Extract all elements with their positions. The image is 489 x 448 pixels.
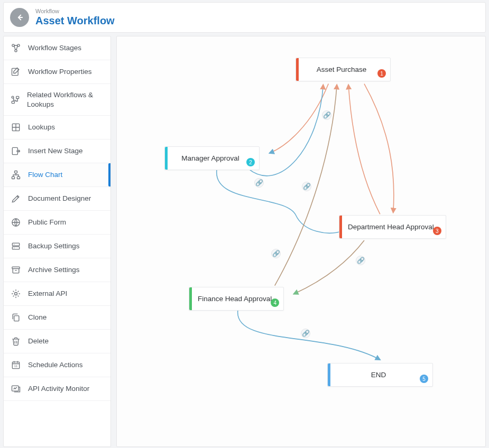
svg-rect-20 — [14, 316, 19, 321]
svg-rect-11 — [12, 176, 15, 179]
sidebar-item-api-activity[interactable]: API Activity Monitor — [4, 377, 110, 401]
sidebar-item-related-workflows[interactable]: Related Workflows & Lookups — [4, 84, 110, 116]
sidebar-item-label: Archive Settings — [28, 265, 80, 275]
svg-rect-6 — [16, 96, 19, 98]
link-icon: 🔗 — [322, 110, 331, 120]
sidebar-item-label: Workflow Stages — [28, 43, 81, 53]
nodes-icon — [10, 43, 22, 53]
svg-rect-10 — [15, 171, 17, 173]
sidebar-item-clone[interactable]: Clone — [4, 306, 110, 330]
sidebar-item-external-api[interactable]: External API — [4, 282, 110, 306]
archive-icon — [10, 265, 22, 275]
node-badge: 3 — [433, 227, 441, 235]
sidebar-item-insert-new-stage[interactable]: Insert New Stage — [4, 139, 110, 163]
svg-rect-15 — [12, 247, 19, 249]
sidebar-item-label: Workflow Properties — [28, 67, 92, 77]
header-texts: Workflow Asset Workflow — [35, 8, 115, 27]
node-accent — [189, 287, 192, 310]
flow-node-manager-approval[interactable]: Manager Approval 2 — [164, 146, 260, 170]
flow-node-dept-head-approval[interactable]: Department Head Approval 3 — [339, 215, 446, 239]
link-icon: 🔗 — [356, 256, 365, 265]
flowchart-canvas[interactable]: 🔗 🔗 🔗 🔗 🔗 🔗 Asset Purchase 1 Manager App… — [116, 36, 486, 447]
globe-icon — [10, 217, 22, 228]
trash-icon — [10, 336, 22, 347]
node-accent — [328, 363, 330, 386]
edge-3-to-1 — [348, 85, 380, 214]
node-label: Department Head Approval — [348, 223, 434, 231]
edge-3-to-4 — [294, 240, 364, 294]
sidebar-item-label: Delete — [28, 337, 49, 346]
sidebar-item-archive-settings[interactable]: Archive Settings — [4, 258, 110, 282]
design-icon — [10, 193, 22, 204]
node-label: Finance Head Approval — [198, 295, 272, 303]
sidebar-item-schedule-actions[interactable]: 11Schedule Actions — [4, 353, 110, 377]
node-accent — [339, 216, 342, 238]
sidebar-item-label: Public Form — [28, 218, 66, 227]
edit-icon — [10, 67, 22, 77]
link-icon: 🔗 — [302, 182, 311, 191]
back-button[interactable] — [10, 8, 29, 27]
edge-2-to-3 — [217, 169, 343, 233]
copy-icon — [10, 312, 22, 323]
sidebar-item-workflow-properties[interactable]: Workflow Properties — [4, 60, 110, 84]
sidebar-item-public-form[interactable]: Public Form — [4, 211, 110, 235]
grid-icon — [10, 122, 22, 133]
svg-point-19 — [15, 293, 17, 295]
sidebar-item-label: Lookups — [28, 123, 55, 132]
svg-rect-18 — [12, 267, 20, 268]
node-badge: 1 — [377, 69, 386, 78]
arrow-left-icon — [15, 13, 24, 22]
svg-rect-14 — [12, 243, 19, 246]
sidebar-item-label: Insert New Stage — [28, 146, 83, 156]
flow-node-finance-head-approval[interactable]: Finance Head Approval 4 — [189, 287, 284, 311]
insert-icon — [10, 146, 22, 156]
flow-node-asset-purchase[interactable]: Asset Purchase 1 — [296, 58, 391, 81]
node-badge: 2 — [246, 158, 255, 166]
sidebar-item-label: Backup Settings — [28, 241, 80, 251]
sidebar-item-workflow-stages[interactable]: Workflow Stages — [4, 36, 110, 60]
sidebar-item-lookups[interactable]: Lookups — [4, 116, 110, 139]
svg-point-16 — [14, 244, 14, 245]
related-icon — [10, 95, 21, 105]
sidebar-item-label: Related Workflows & Lookups — [27, 90, 104, 109]
page-title: Asset Workflow — [35, 15, 115, 27]
link-icon: 🔗 — [301, 329, 310, 338]
sidebar-item-label: Schedule Actions — [28, 360, 83, 370]
monitor-icon — [10, 384, 22, 394]
gear-icon — [10, 288, 22, 299]
sidebar-item-delete[interactable]: Delete — [4, 330, 110, 353]
page-header: Workflow Asset Workflow — [3, 2, 486, 33]
svg-rect-7 — [12, 101, 14, 103]
sidebar-item-label: API Activity Monitor — [28, 384, 89, 394]
svg-rect-12 — [17, 176, 20, 179]
settings-sidebar: Workflow StagesWorkflow PropertiesRelate… — [3, 36, 111, 447]
link-icon: 🔗 — [271, 249, 281, 258]
node-badge: 5 — [420, 375, 428, 383]
sidebar-item-label: Flow Chart — [28, 170, 62, 180]
node-label: Asset Purchase — [317, 66, 367, 73]
sidebar-item-document-designer[interactable]: Document Designer — [4, 187, 110, 211]
calendar-icon: 11 — [10, 360, 22, 370]
node-label: Manager Approval — [181, 154, 239, 162]
sidebar-item-label: External API — [28, 289, 67, 298]
edge-1-to-3 — [364, 84, 394, 213]
node-accent — [296, 58, 299, 81]
sidebar-item-label: Document Designer — [28, 194, 91, 203]
edge-2-to-1 — [248, 85, 323, 176]
flowchart-icon — [10, 170, 22, 180]
edge-1-to-2 — [270, 84, 329, 153]
header-kicker: Workflow — [35, 8, 115, 15]
sidebar-item-flow-chart[interactable]: Flow Chart — [4, 163, 110, 187]
node-label: END — [371, 371, 386, 379]
sidebar-item-label: Clone — [28, 313, 47, 322]
link-icon: 🔗 — [254, 178, 264, 188]
backup-icon — [10, 241, 22, 251]
sidebar-item-backup-settings[interactable]: Backup Settings — [4, 235, 110, 258]
node-badge: 4 — [271, 298, 279, 307]
svg-point-17 — [14, 248, 14, 248]
svg-text:11: 11 — [14, 365, 17, 368]
flow-node-end[interactable]: END 5 — [327, 363, 433, 387]
node-accent — [165, 147, 168, 170]
